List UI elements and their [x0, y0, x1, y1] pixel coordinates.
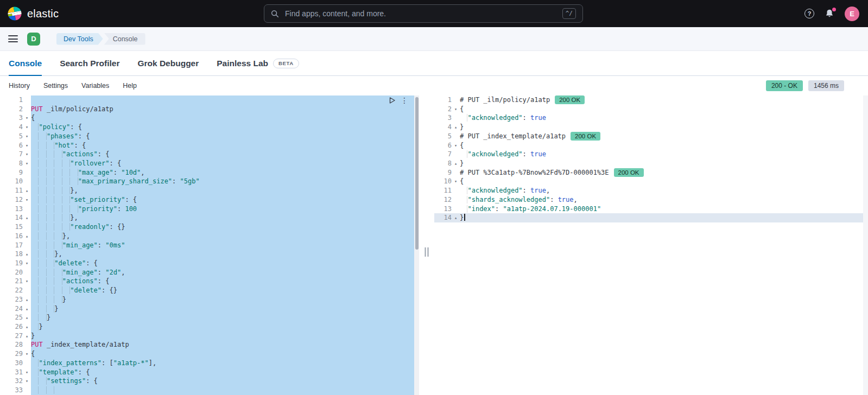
fold-toggle-icon[interactable]: ▾ [23, 132, 31, 141]
editor-line[interactable]: 22 "delete": {} [0, 286, 419, 295]
fold-toggle-icon[interactable]: ▾ [23, 277, 31, 286]
send-request-button[interactable] [389, 97, 396, 104]
editor-line[interactable]: 16▴ }, [0, 232, 419, 241]
editor-line[interactable]: 31▾ "template": { [0, 368, 419, 377]
code-text[interactable]: "max_age": "10d", [31, 168, 414, 177]
code-text[interactable]: "delete": { [31, 259, 414, 268]
fold-toggle-icon[interactable]: ▴ [23, 304, 31, 314]
editor-line[interactable]: 7▾ "actions": { [0, 150, 419, 159]
toolbar-variables[interactable]: Variables [81, 82, 109, 90]
fold-toggle-icon[interactable]: ▾ [23, 195, 31, 205]
code-text[interactable]: "template": { [31, 368, 414, 377]
code-text[interactable]: { [460, 177, 868, 186]
code-text[interactable]: "shards_acknowledged": true, [460, 195, 868, 205]
code-text[interactable] [31, 95, 414, 105]
fold-toggle-icon[interactable]: ▴ [452, 123, 460, 132]
code-text[interactable]: "actions": { [31, 150, 414, 159]
output-line[interactable]: 7 "acknowledged": true [434, 150, 868, 159]
code-text[interactable]: } [460, 159, 868, 168]
fold-toggle-icon[interactable]: ▾ [23, 113, 31, 123]
code-text[interactable]: "delete": {} [31, 286, 414, 295]
editor-line[interactable]: 12▾ "set_priority": { [0, 195, 419, 205]
toolbar-help[interactable]: Help [123, 82, 137, 90]
output-line[interactable]: 11 "acknowledged": true, [434, 186, 868, 195]
fold-toggle-icon[interactable]: ▴ [23, 332, 31, 341]
request-editor[interactable]: ⋮ 12PUT _ilm/policy/a1atp3▾{4▾ "policy":… [0, 95, 419, 395]
code-text[interactable]: } [31, 304, 414, 314]
output-line[interactable]: 12 "shards_acknowledged": true, [434, 195, 868, 205]
editor-scrollbar[interactable] [414, 95, 419, 395]
toolbar-history[interactable]: History [9, 82, 30, 90]
editor-line[interactable]: 13 "priority": 100 [0, 205, 419, 214]
output-line[interactable]: 9# PUT %3Ca1atp-%7Bnow%2Fd%7D-000001%3E2… [434, 168, 868, 177]
editor-line[interactable]: 15 "readonly": {} [0, 222, 419, 232]
code-text[interactable]: "rollover": { [31, 159, 414, 168]
code-text[interactable]: "hot": { [31, 141, 414, 150]
code-text[interactable]: } [31, 295, 414, 304]
output-line[interactable]: 2▾{ [434, 105, 868, 114]
code-text[interactable]: "min_age": "0ms" [31, 241, 414, 250]
output-scrollbar[interactable] [863, 95, 868, 395]
code-text[interactable]: } [460, 213, 868, 222]
code-text[interactable]: { [31, 113, 414, 123]
output-line[interactable]: 1# PUT _ilm/policy/a1atp200 OK [434, 95, 868, 105]
editor-line[interactable]: 3▾{ [0, 113, 419, 123]
code-text[interactable]: "set_priority": { [31, 195, 414, 205]
editor-line[interactable]: 32▾ "settings": { [0, 377, 419, 386]
code-text[interactable]: "policy": { [31, 123, 414, 132]
output-line[interactable]: 10▾{ [434, 177, 868, 186]
code-text[interactable]: }, [31, 186, 414, 195]
editor-line[interactable]: 11▴ }, [0, 186, 419, 195]
code-text[interactable]: "acknowledged": true [460, 150, 868, 159]
code-text[interactable]: PUT _ilm/policy/a1atp [31, 105, 414, 114]
code-text[interactable]: "readonly": {} [31, 222, 414, 232]
code-text[interactable]: } [31, 322, 414, 332]
space-avatar[interactable]: D [27, 33, 40, 46]
code-text[interactable]: # PUT %3Ca1atp-%7Bnow%2Fd%7D-000001%3E20… [460, 168, 868, 177]
fold-toggle-icon[interactable]: ▾ [23, 349, 31, 359]
fold-toggle-icon[interactable]: ▴ [23, 250, 31, 259]
code-text[interactable]: "min_age": "2d", [31, 268, 414, 277]
code-text[interactable]: "actions": { [31, 277, 414, 286]
help-icon[interactable]: ? [804, 9, 814, 18]
fold-toggle-icon[interactable]: ▴ [23, 295, 31, 304]
output-line[interactable]: 8▴} [434, 159, 868, 168]
editor-line[interactable]: 21▾ "actions": { [0, 277, 419, 286]
fold-toggle-icon[interactable]: ▾ [452, 105, 460, 114]
code-text[interactable]: }, [31, 232, 414, 241]
code-text[interactable]: "acknowledged": true, [460, 186, 868, 195]
editor-line[interactable]: 10 "max_primary_shard_size": "5gb" [0, 177, 419, 186]
code-text[interactable]: # PUT _ilm/policy/a1atp200 OK [460, 95, 868, 105]
editor-line[interactable]: 6▾ "hot": { [0, 141, 419, 150]
fold-toggle-icon[interactable]: ▾ [23, 150, 31, 159]
fold-toggle-icon[interactable]: ▴ [452, 213, 460, 222]
output-line[interactable]: 3 "acknowledged": true [434, 113, 868, 123]
fold-toggle-icon[interactable]: ▴ [23, 313, 31, 322]
output-line[interactable]: 6▾{ [434, 141, 868, 150]
code-text[interactable]: } [460, 123, 868, 132]
fold-toggle-icon[interactable]: ▾ [23, 377, 31, 386]
toolbar-settings[interactable]: Settings [43, 82, 68, 90]
code-text[interactable]: } [31, 332, 414, 341]
code-text[interactable]: } [31, 313, 414, 322]
code-text[interactable]: "max_primary_shard_size": "5gb" [31, 177, 414, 186]
code-text[interactable]: # PUT _index_template/a1atp200 OK [460, 132, 868, 141]
editor-line[interactable]: 4▾ "policy": { [0, 123, 419, 132]
code-text[interactable] [31, 386, 414, 395]
editor-line[interactable]: 24▴ } [0, 304, 419, 314]
fold-toggle-icon[interactable]: ▾ [23, 259, 31, 268]
fold-toggle-icon[interactable]: ▴ [23, 322, 31, 332]
user-avatar[interactable]: E [845, 7, 859, 21]
tab-grok-debugger[interactable]: Grok Debugger [137, 51, 199, 75]
editor-line[interactable]: 2PUT _ilm/policy/a1atp [0, 105, 419, 114]
fold-toggle-icon[interactable]: ▾ [23, 159, 31, 168]
code-text[interactable]: { [460, 105, 868, 114]
editor-line[interactable]: 33 [0, 386, 419, 395]
kebab-menu-icon[interactable]: ⋮ [401, 96, 408, 105]
global-search[interactable]: ^/ [264, 4, 583, 23]
response-output[interactable]: 1# PUT _ilm/policy/a1atp200 OK2▾{3 "ackn… [434, 95, 868, 395]
code-text[interactable]: }, [31, 250, 414, 259]
editor-line[interactable]: 26▴ } [0, 322, 419, 332]
newsfeed-button[interactable] [825, 9, 834, 18]
fold-toggle-icon[interactable]: ▴ [23, 186, 31, 195]
